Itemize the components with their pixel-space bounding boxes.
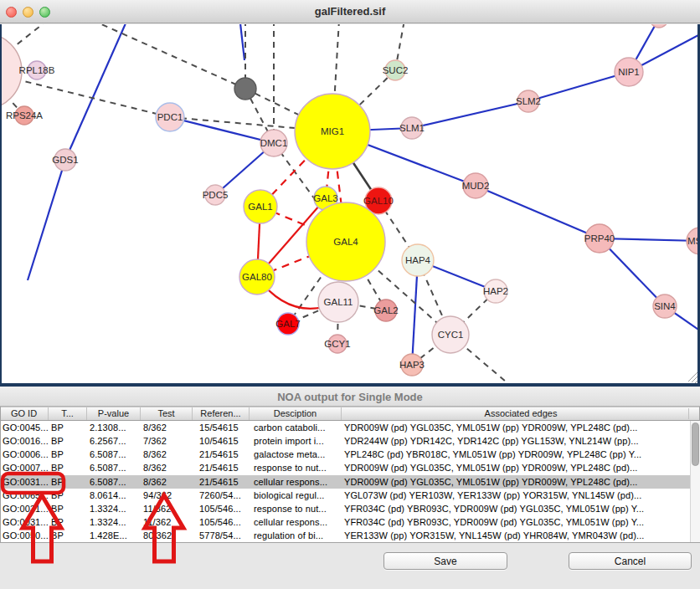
network-edge[interactable] [412, 101, 528, 128]
cell-test: 8/362 [141, 421, 193, 434]
cell-edges: YDR009W (pd) YGL035C, YML051W (pp) YDR00… [342, 475, 690, 489]
node-label: PDC1 [157, 112, 183, 122]
table-row[interactable]: GO:0031...BP1.3324...11/362105/546...res… [0, 502, 690, 515]
cell-desc: regulation of bi... [250, 529, 342, 542]
node-label: SIN4 [654, 301, 676, 311]
table-scrollbar[interactable] [690, 421, 700, 542]
cell-test: 7/362 [141, 434, 193, 448]
column-header-5[interactable]: Desciption [250, 407, 342, 420]
node-label: GAL7 [275, 319, 300, 329]
network-node[interactable] [234, 78, 256, 100]
cell-test: 80/362 [141, 529, 193, 542]
node-label: DMC1 [260, 138, 288, 148]
node-label: HAP4 [405, 255, 431, 265]
results-table: GO:0045...BP2.1308...8/36215/54615carbon… [0, 421, 690, 542]
cell-type: BP [49, 475, 87, 489]
column-header-2[interactable]: P-value [87, 407, 141, 420]
column-header-6[interactable]: Associated edges [342, 407, 700, 420]
column-header-1[interactable]: T... [49, 407, 87, 420]
node-label: HAP3 [399, 360, 425, 370]
network-node[interactable] [650, 24, 668, 28]
cell-test: 8/362 [141, 448, 193, 461]
node-label: SLM1 [399, 123, 425, 133]
cell-ref: 15/54615 [193, 421, 250, 434]
table-row[interactable]: GO:0006...BP6.5087...8/36221/54615galact… [0, 448, 690, 461]
network-graph[interactable]: RPL18BRPS24AGDS1PDC1DMC1SUC2SLM1SLM2NIP1… [0, 24, 700, 383]
table-border-left [0, 407, 1, 542]
cell-type: BP [49, 515, 87, 529]
network-edge[interactable] [528, 72, 629, 101]
node-label: GAL80 [242, 272, 272, 282]
cell-go: GO:0065... [0, 489, 49, 502]
cell-type: BP [49, 448, 87, 461]
cell-ref: 5778/54... [193, 529, 250, 542]
cell-ref: 21/54615 [193, 461, 250, 474]
cell-type: BP [49, 489, 87, 502]
network-edge[interactable] [28, 160, 65, 280]
cell-ref: 21/54615 [193, 475, 250, 489]
resize-grip-icon[interactable] [688, 372, 697, 382]
scrollbar-thumb[interactable] [692, 423, 699, 466]
network-edge[interactable] [476, 186, 600, 238]
node-label: CYC1 [438, 330, 464, 340]
cell-test: 8/362 [141, 461, 193, 474]
table-row[interactable]: GO:0031...BP1.3324...11/362105/546...cel… [0, 515, 690, 529]
node-label: GCY1 [324, 339, 350, 349]
network-edge[interactable] [65, 24, 126, 160]
cell-p: 6.2567... [87, 434, 141, 448]
cell-type: BP [49, 421, 87, 434]
cell-edges: YPL248C (pd) YBR018C, YML051W (pp) YDR00… [342, 448, 690, 461]
cell-edges: YDR244W (pp) YDR142C, YDR142C (pp) YGL15… [342, 434, 690, 448]
cell-p: 1.3324... [87, 502, 141, 515]
cell-edges: YER133W (pp) YOR315W, YNL145W (pd) YHR08… [342, 529, 690, 542]
table-row-selected[interactable]: GO:0031...BP6.5087...8/36221/54615cellul… [0, 475, 690, 489]
cell-desc: response to nut... [250, 502, 342, 515]
table-row[interactable]: GO:0007...BP6.5087...8/36221/54615respon… [0, 461, 690, 474]
cell-edges: YFR034C (pd) YBR093C, YDR009W (pd) YGL03… [342, 502, 690, 515]
cell-p: 6.5087... [87, 475, 141, 489]
node-label: MUD2 [462, 181, 490, 191]
network-edge[interactable] [170, 117, 274, 143]
node-label: GAL3 [313, 193, 337, 203]
node-label: PRP40 [584, 233, 615, 243]
cell-desc: response to nut... [250, 461, 342, 474]
cell-go: GO:0031... [0, 502, 49, 515]
save-button[interactable]: Save [383, 552, 507, 570]
canvas-border-left [0, 24, 2, 387]
column-header-0[interactable]: GO ID [0, 407, 49, 420]
network-window-titlebar[interactable]: galFiltered.sif [0, 0, 700, 23]
cell-go: GO:0045... [0, 421, 49, 434]
column-header-4[interactable]: Referen... [193, 407, 250, 420]
network-edge[interactable] [92, 24, 245, 89]
node-label: GDS1 [52, 155, 78, 165]
cell-p: 1.428E... [87, 529, 141, 542]
table-row[interactable]: GO:0065...BP8.0614...94/3627260/54...bio… [0, 489, 690, 502]
cell-desc: cellular respons... [250, 515, 342, 529]
cell-p: 6.5087... [87, 461, 141, 474]
screen: { "window_top": { "title": "galFiltered.… [0, 0, 700, 589]
node-label: PDC5 [203, 190, 229, 200]
cell-p: 2.1308... [87, 421, 141, 434]
node-label: GAL10 [363, 196, 394, 206]
cancel-button[interactable]: Cancel [569, 552, 692, 570]
cell-edges: YFR034C (pd) YBR093C, YDR009W (pd) YGL03… [342, 515, 690, 529]
cell-go: GO:0031... [0, 475, 49, 489]
table-row[interactable]: GO:0045...BP2.1308...8/36215/54615carbon… [0, 421, 690, 434]
cell-ref: 105/546... [193, 502, 250, 515]
cell-p: 8.0614... [87, 489, 141, 502]
table-row[interactable]: GO:0050...BP1.428E...80/3625778/54...reg… [0, 529, 690, 542]
column-header-3[interactable]: Test [141, 407, 193, 420]
cell-type: BP [49, 529, 87, 542]
node-label: GAL2 [373, 305, 398, 315]
cell-go: GO:0007... [0, 461, 49, 474]
cell-ref: 21/54615 [193, 448, 250, 461]
node-label: SLM2 [516, 96, 541, 106]
header-separator [688, 408, 689, 419]
cell-ref: 7260/54... [193, 489, 250, 502]
table-row[interactable]: GO:0016...BP6.2567...7/36210/54615protei… [0, 434, 690, 448]
network-edge[interactable] [240, 24, 244, 60]
node-label: RPS24A [6, 110, 43, 120]
cell-type: BP [49, 461, 87, 474]
cell-p: 6.5087... [87, 448, 141, 461]
cell-edges: YGL073W (pd) YER103W, YER133W (pp) YOR31… [342, 489, 690, 502]
